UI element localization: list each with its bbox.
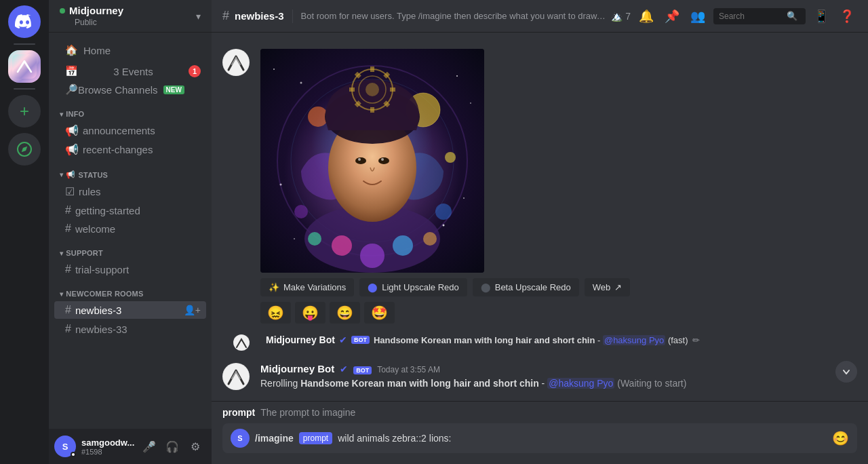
mention-haksung-2: @haksung Pyo xyxy=(547,378,614,389)
image-attachment xyxy=(260,49,484,273)
input-avatar: S xyxy=(231,429,250,448)
bot-badge-2: BOT xyxy=(353,366,372,374)
channel-newbies-3[interactable]: # newbies-3 👤+ xyxy=(54,301,206,319)
hash-icon-gs: # xyxy=(65,204,71,216)
imagine-command: /imagine xyxy=(255,433,294,444)
bot-avatar xyxy=(222,49,250,76)
svg-point-21 xyxy=(294,205,308,218)
user-controls: 🎤 🎧 ⚙ xyxy=(138,436,206,457)
home-icon: 🏠 xyxy=(65,44,78,56)
category-info[interactable]: ▾ INFO xyxy=(54,99,206,121)
channel-newbies-33[interactable]: # newbies-33 xyxy=(54,320,206,338)
members-count: 🏔️ 7 xyxy=(611,11,631,22)
bell-slash-button[interactable]: 🔔 xyxy=(636,6,656,26)
main-content: # newbies-3 Bot room for new users. Type… xyxy=(212,0,868,464)
category-arrow-support: ▾ xyxy=(60,250,63,257)
svg-rect-35 xyxy=(390,88,395,92)
sidebar-item-home[interactable]: 🏠 Home xyxy=(54,39,206,62)
svg-point-32 xyxy=(366,83,379,96)
category-arrow-status: ▾ xyxy=(60,171,63,178)
hash-icon-n33: # xyxy=(65,323,71,335)
reaction-button-1[interactable]: 😖 xyxy=(260,302,291,324)
compact-author: Midjourney Bot xyxy=(266,334,335,345)
svg-rect-37 xyxy=(370,107,374,113)
members-count-icon: 🏔️ xyxy=(611,11,623,22)
mic-button[interactable]: 🎤 xyxy=(138,436,160,457)
search-icon: 🔍 xyxy=(787,11,797,21)
inbox-button[interactable]: 📱 xyxy=(811,6,831,26)
sidebar-item-events[interactable]: 📅 3 Events 1 xyxy=(54,62,206,80)
waiting-text: (Waiting to start) xyxy=(617,378,686,389)
svg-point-25 xyxy=(355,157,366,164)
midjourney-server-icon[interactable] xyxy=(8,50,41,83)
rerolling-content: Midjourney Bot ✔ BOT Today at 3:55 AM Re… xyxy=(260,363,857,391)
channel-rules[interactable]: ☑ rules xyxy=(54,182,206,201)
server-header[interactable]: Midjourney Public ▾ xyxy=(49,0,212,33)
svg-point-22 xyxy=(445,152,456,163)
message-compact-row: Midjourney Bot ✔ BOT Handsome Korean man… xyxy=(212,333,868,352)
chat-input[interactable] xyxy=(338,433,827,444)
category-arrow-info: ▾ xyxy=(60,111,63,118)
make-variations-button[interactable]: ✨ Make Variations xyxy=(260,278,354,296)
hash-icon-w: # xyxy=(65,223,71,235)
server-header-chevron: ▾ xyxy=(196,11,201,22)
search-bar[interactable]: 🔍 xyxy=(713,8,806,24)
category-newcomer[interactable]: ▾ NEWCOMER ROOMS xyxy=(54,279,206,301)
compact-message-content: Midjourney Bot ✔ BOT Handsome Korean man… xyxy=(266,334,857,345)
events-badge: 1 xyxy=(189,65,201,77)
message-content-image: ✨ Make Variations ⬤ Light Upscale Redo ⬤… xyxy=(260,49,857,324)
category-arrow-newcomer: ▾ xyxy=(60,290,63,298)
rules-icon: ☑ xyxy=(65,185,75,198)
bot-avatar-2 xyxy=(222,363,250,390)
add-user-button[interactable]: 👤+ xyxy=(184,305,201,315)
web-button[interactable]: Web ↗ xyxy=(585,278,631,296)
explore-button[interactable] xyxy=(8,133,41,166)
light-upscale-redo-button[interactable]: ⬤ Light Upscale Redo xyxy=(359,278,467,296)
reaction-button-3[interactable]: 😄 xyxy=(330,302,360,324)
channel-getting-started[interactable]: # getting-started xyxy=(54,201,206,219)
reaction-button-4[interactable]: 🤩 xyxy=(364,302,395,324)
svg-point-26 xyxy=(378,157,389,164)
add-server-button[interactable]: + xyxy=(8,95,41,128)
members-button[interactable]: 👥 xyxy=(688,6,708,26)
emoji-button[interactable]: 😊 xyxy=(832,430,849,446)
header-divider xyxy=(292,9,293,23)
prompt-bar: prompt The prompt to imagine xyxy=(212,401,868,423)
help-button[interactable]: ❓ xyxy=(837,6,857,26)
server-sidebar: + xyxy=(0,0,49,464)
svg-point-10 xyxy=(463,197,465,199)
svg-rect-47 xyxy=(223,364,249,389)
channel-header-name: newbies-3 xyxy=(235,10,284,22)
reaction-button-2[interactable]: 😛 xyxy=(295,302,326,324)
sidebar-item-browse[interactable]: 🔎 Browse Channels NEW xyxy=(54,81,206,98)
settings-button[interactable]: ⚙ xyxy=(184,436,206,457)
edit-icon: ✏ xyxy=(692,335,700,345)
channel-recent-changes[interactable]: 📢 recent-changes xyxy=(54,140,206,159)
announcement-icon-2: 📢 xyxy=(65,143,79,156)
svg-point-20 xyxy=(435,204,452,220)
beta-upscale-icon: ⬤ xyxy=(481,282,491,292)
headphones-button[interactable]: 🎧 xyxy=(161,436,183,457)
svg-point-7 xyxy=(456,75,458,77)
announcement-icon: 📢 xyxy=(65,124,79,137)
user-avatar[interactable]: S xyxy=(54,436,76,457)
search-input[interactable] xyxy=(719,12,787,21)
svg-point-8 xyxy=(470,102,471,104)
category-status-parent[interactable]: ▾ 📢 status xyxy=(54,159,206,182)
channel-welcome[interactable]: # welcome xyxy=(54,220,206,237)
svg-point-41 xyxy=(332,235,352,256)
beta-upscale-redo-button[interactable]: ⬤ Beta Upscale Redo xyxy=(473,278,579,296)
scroll-to-bottom-button[interactable] xyxy=(835,361,857,383)
channel-announcements[interactable]: 📢 announcements xyxy=(54,121,206,140)
compact-bot-avatar xyxy=(233,334,250,351)
bot-badge: BOT xyxy=(351,336,370,344)
category-support[interactable]: ▾ SUPPORT xyxy=(54,238,206,260)
hash-icon-ts: # xyxy=(65,263,71,275)
action-buttons: ✨ Make Variations ⬤ Light Upscale Redo ⬤… xyxy=(260,278,857,296)
pin-button[interactable]: 📌 xyxy=(662,6,682,26)
status-ch-icon: 📢 xyxy=(66,170,75,179)
svg-point-28 xyxy=(381,158,384,161)
channel-trial-support[interactable]: # trial-support xyxy=(54,260,206,278)
channel-list: 🏠 Home 📅 3 Events 1 🔎 Browse Channels NE… xyxy=(49,33,212,429)
discord-home-button[interactable] xyxy=(8,5,41,38)
